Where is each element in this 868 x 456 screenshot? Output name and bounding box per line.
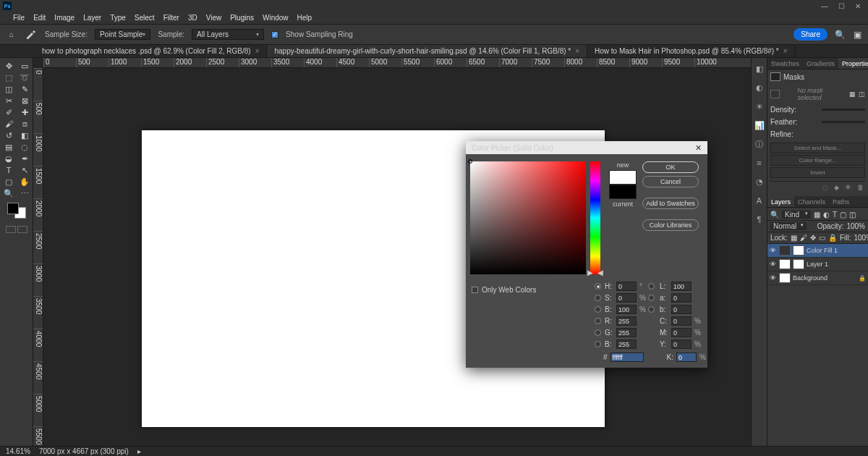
- eraser-tool-icon[interactable]: ◧: [17, 130, 32, 140]
- maximize-button[interactable]: ☐: [838, 2, 845, 10]
- layer-visibility-icon[interactable]: 👁: [770, 247, 777, 254]
- layer-thumbnail[interactable]: [779, 245, 791, 256]
- y-input[interactable]: [671, 339, 692, 349]
- quick-mask-toggle[interactable]: [1, 226, 32, 233]
- tab-properties[interactable]: Properties: [838, 58, 868, 69]
- close-window-button[interactable]: ✕: [855, 2, 861, 10]
- color-field[interactable]: [470, 161, 586, 274]
- b-lab-radio[interactable]: [648, 306, 655, 313]
- select-and-mask-button[interactable]: Select and Mask...: [770, 143, 865, 153]
- object-select-tool-icon[interactable]: ◫: [1, 84, 16, 94]
- sat-radio[interactable]: [595, 295, 601, 301]
- libraries-panel-icon[interactable]: ☀: [754, 101, 765, 111]
- home-icon[interactable]: ⌂: [6, 29, 17, 41]
- lasso-tool-icon[interactable]: ➰: [17, 72, 32, 83]
- workspace-icon[interactable]: ▣: [852, 30, 862, 40]
- filter-shape-icon[interactable]: ▢: [840, 211, 846, 219]
- apply-mask-icon[interactable]: ◆: [834, 184, 839, 191]
- brush-tool-icon[interactable]: 🖌: [1, 119, 16, 129]
- cancel-button[interactable]: Cancel: [642, 176, 699, 187]
- marquee-tool-icon[interactable]: ⬚: [1, 72, 16, 83]
- hue-slider[interactable]: ▶◀: [590, 161, 600, 274]
- a-input[interactable]: [671, 293, 692, 303]
- b-rgb-radio[interactable]: [595, 341, 601, 347]
- filter-pixel-icon[interactable]: ▦: [814, 211, 820, 219]
- ok-button[interactable]: OK: [642, 161, 699, 173]
- dodge-tool-icon[interactable]: ◒: [1, 153, 16, 164]
- m-input[interactable]: [671, 328, 692, 337]
- layer-mask-thumbnail[interactable]: [793, 259, 804, 269]
- density-slider[interactable]: [822, 109, 865, 111]
- k-input[interactable]: [676, 352, 697, 362]
- hue-radio[interactable]: [595, 283, 601, 290]
- tab-close-icon[interactable]: ×: [783, 47, 788, 55]
- status-chevron-icon[interactable]: ▸: [137, 447, 141, 455]
- add-to-swatches-button[interactable]: Add to Swatches: [642, 198, 699, 209]
- a-radio[interactable]: [648, 295, 655, 301]
- quick-select-tool-icon[interactable]: ✎: [17, 84, 32, 94]
- filter-type-icon[interactable]: T: [833, 211, 837, 219]
- layer-row[interactable]: 👁Background🔒: [767, 271, 868, 285]
- clone-tool-icon[interactable]: ⧈: [17, 119, 32, 129]
- pen-tool-icon[interactable]: ✒: [17, 153, 32, 164]
- tab-close-icon[interactable]: ×: [255, 47, 260, 55]
- zoom-level[interactable]: 14.61%: [6, 447, 30, 455]
- move-tool-icon[interactable]: ✥: [1, 61, 16, 71]
- lock-position-icon[interactable]: ✥: [810, 234, 816, 242]
- search-icon[interactable]: 🔍: [835, 30, 845, 40]
- histogram-panel-icon[interactable]: 📊: [754, 120, 765, 130]
- tab-layers[interactable]: Layers: [767, 196, 794, 207]
- feather-slider[interactable]: [822, 121, 865, 123]
- shape-tool-icon[interactable]: ▢: [1, 177, 16, 187]
- share-button[interactable]: Share: [793, 28, 827, 41]
- eyedropper-tool-icon[interactable]: [25, 28, 38, 41]
- crop-tool-icon[interactable]: ✂: [1, 96, 16, 106]
- web-colors-checkbox[interactable]: [472, 287, 478, 293]
- show-ring-checkbox[interactable]: ✓: [271, 31, 278, 38]
- dialog-close-icon[interactable]: ✕: [695, 143, 702, 153]
- blend-mode-dropdown[interactable]: Normal: [770, 222, 807, 230]
- path-select-icon[interactable]: ↖: [17, 165, 32, 175]
- tab-close-icon[interactable]: ×: [575, 47, 579, 55]
- b-lab-input[interactable]: [671, 305, 692, 314]
- pixel-mask-icon[interactable]: ▦: [849, 90, 856, 98]
- c-input[interactable]: [671, 316, 692, 326]
- color-range-button[interactable]: Color Range...: [770, 155, 865, 166]
- g-input[interactable]: [616, 328, 637, 337]
- frame-tool-icon[interactable]: ⊠: [17, 96, 32, 106]
- disable-mask-icon[interactable]: 👁: [845, 184, 851, 191]
- type-tool-icon[interactable]: T: [1, 165, 16, 175]
- layer-thumbnail[interactable]: [779, 273, 791, 283]
- filter-adjust-icon[interactable]: ◐: [823, 211, 830, 219]
- artboard-tool-icon[interactable]: ▭: [17, 61, 32, 71]
- lock-artboard-icon[interactable]: ▭: [819, 234, 825, 242]
- more-tools-icon[interactable]: ⋯: [17, 188, 32, 198]
- sample-size-dropdown[interactable]: Point Sample: [95, 29, 150, 40]
- r-input[interactable]: [616, 316, 637, 326]
- menu-file[interactable]: File: [13, 14, 25, 22]
- menu-select[interactable]: Select: [135, 14, 155, 22]
- layer-name[interactable]: Layer 1: [807, 261, 866, 268]
- hex-input[interactable]: [610, 352, 644, 362]
- layer-name[interactable]: Color Fill 1: [807, 247, 866, 254]
- menu-plugins[interactable]: Plugins: [230, 14, 254, 22]
- tab-swatches[interactable]: Swatches: [767, 58, 803, 69]
- invert-button[interactable]: Invert: [770, 167, 865, 178]
- layer-mask-thumbnail[interactable]: [793, 245, 804, 256]
- l-input[interactable]: [671, 282, 692, 291]
- eyedropper-tool-icon[interactable]: ✐: [1, 107, 16, 117]
- bright-input[interactable]: [616, 305, 637, 314]
- lock-image-icon[interactable]: 🖌: [800, 234, 807, 242]
- info-panel-icon[interactable]: ⓘ: [754, 139, 765, 149]
- document-tab[interactable]: happy-beautiful-dreamy-girl-with-curly-s…: [267, 45, 587, 57]
- zoom-tool-icon[interactable]: 🔍: [1, 188, 16, 198]
- menu-window[interactable]: Window: [263, 14, 289, 22]
- lock-transparency-icon[interactable]: ▦: [791, 234, 797, 242]
- history-brush-icon[interactable]: ↺: [1, 130, 16, 140]
- current-color-swatch[interactable]: [609, 185, 637, 199]
- filter-icon[interactable]: 🔍: [770, 211, 779, 219]
- blur-tool-icon[interactable]: ◌: [17, 142, 32, 152]
- fg-bg-color-swatch[interactable]: [7, 203, 26, 219]
- menu-edit[interactable]: Edit: [33, 14, 46, 22]
- filter-kind-dropdown[interactable]: Kind: [782, 211, 811, 219]
